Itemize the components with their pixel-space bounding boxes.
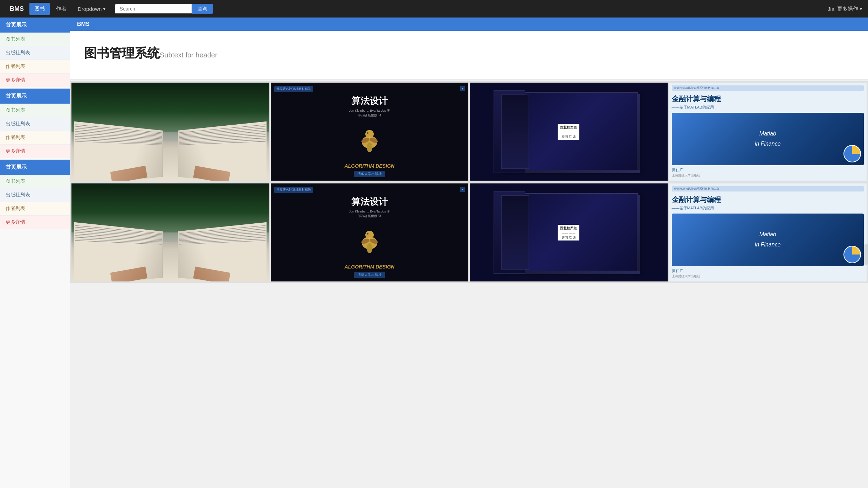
- book-card-1[interactable]: [71, 83, 269, 181]
- book-cover-finance-2: 金融市场与风险管理系列教材 第二版 金融计算与编程 ——基于MATLAB的应用 …: [669, 183, 867, 281]
- sidebar-header-3[interactable]: 首页展示: [0, 160, 70, 175]
- sidebar-item-authors-2[interactable]: 作者列表: [0, 131, 70, 145]
- sidebar-item-books-3[interactable]: 图书列表: [0, 175, 70, 188]
- matlab-text: Matlabin Finance: [755, 129, 781, 149]
- brand-logo[interactable]: BMS: [6, 2, 28, 15]
- user-label[interactable]: Jia: [828, 6, 834, 12]
- book-title-2: 金融计算与编程: [672, 195, 721, 204]
- book-card-3[interactable]: 天龙八部档案馆 西北档案馆 — — — — 资 料 汇 编: [470, 83, 668, 181]
- book-card-8[interactable]: 金融市场与风险管理系列教材 第二版 金融计算与编程 ——基于MATLAB的应用 …: [669, 183, 867, 281]
- book-cover-finance: 金融市场与风险管理系列教材 第二版 金融计算与编程 ——基于MATLAB的应用 …: [669, 83, 867, 181]
- svg-point-4: [367, 142, 372, 152]
- book-publisher: 清华大学出版社: [354, 171, 385, 177]
- book-title-en-2: ALGORITHM DESIGN: [345, 264, 394, 270]
- book-title-cn: 算法设计: [351, 95, 388, 107]
- matlab-text-2: Matlabin Finance: [755, 230, 781, 250]
- book-box-side-2: [637, 195, 640, 273]
- book-cover-boxset: 天龙八部档案馆 西北档案馆 — — — — 资 料 汇 编: [470, 83, 668, 181]
- sidebar-section-3: 首页展示 图书列表 出版社列表 作者列表 更多详情: [0, 160, 70, 229]
- hero-title: 图书管理系统: [84, 46, 160, 60]
- book-box-label-2: 西北档案馆 — — — — 资 料 汇 编: [558, 225, 579, 240]
- sidebar-item-more-1[interactable]: 更多详情: [0, 74, 70, 87]
- main-header-title: BMS: [77, 21, 90, 27]
- sidebar-section-2: 首页展示 图书列表 出版社列表 作者列表 更多详情: [0, 89, 70, 158]
- navbar: BMS 图书 作者 Dropdown ▾ 查询 Jia 更多操作 ▾: [0, 0, 868, 18]
- book-title-en: ALGORITHM DESIGN: [345, 163, 394, 169]
- book-box-side: [637, 94, 640, 172]
- sidebar-item-books-2[interactable]: 图书列表: [0, 104, 70, 117]
- more-actions-dropdown[interactable]: 更多操作 ▾: [837, 6, 862, 12]
- sidebar-item-more-3[interactable]: 更多详情: [0, 216, 70, 229]
- nav-item-dropdown[interactable]: Dropdown ▾: [73, 3, 111, 15]
- book-subtitle: ——基于MATLAB的应用: [672, 105, 714, 110]
- book-image-area: Matlabin Finance: [672, 113, 864, 165]
- book-stack-4: [501, 195, 529, 270]
- bird-icon-2: [352, 218, 387, 264]
- chevron-down-icon: ▾: [103, 6, 106, 12]
- search-button[interactable]: 查询: [192, 4, 213, 14]
- sidebar-section-1: 首页展示 图书列表 出版社列表 作者列表 更多详情: [0, 18, 70, 87]
- book-grid-row-1: 世界著名计算机教材精选 ■ 算法设计 Jon Kleinberg, Éva Ta…: [70, 81, 868, 182]
- book-card-5[interactable]: [71, 183, 269, 281]
- book-title: 金融计算与编程: [672, 94, 721, 103]
- bird-icon: [352, 118, 387, 163]
- book-cover-open: [71, 83, 269, 181]
- book-cover-algorithm-2: 世界著名计算机教材精选 ■ 算法设计 Jon Kleinberg, Éva Ta…: [271, 183, 469, 281]
- series-label-2: 金融市场与风险管理系列教材 第二版: [672, 186, 864, 191]
- search-form: 查询: [115, 4, 213, 14]
- svg-point-5: [367, 132, 368, 134]
- page-wrapper: 首页展示 图书列表 出版社列表 作者列表 更多详情 首页展示 图书列表 出版社列…: [0, 18, 868, 488]
- chevron-down-icon: ▾: [860, 6, 862, 12]
- sidebar-item-authors-3[interactable]: 作者列表: [0, 202, 70, 216]
- svg-point-12: [367, 233, 368, 235]
- publisher-label: 上海财经大学出版社: [672, 173, 700, 178]
- book-grid-row-2: 世界著名计算机教材精选 ■ 算法设计 Jon Kleinberg, Éva Ta…: [70, 182, 868, 283]
- main-content: BMS 图书管理系统Subtext for header: [70, 18, 868, 488]
- nav-item-books[interactable]: 图书: [29, 3, 50, 15]
- series-badge: 世界著名计算机教材精选: [274, 86, 313, 92]
- sidebar-item-publishers-3[interactable]: 出版社列表: [0, 188, 70, 202]
- book-cover-algorithm: 世界著名计算机教材精选 ■ 算法设计 Jon Kleinberg, Éva Ta…: [271, 83, 469, 181]
- sidebar-item-more-2[interactable]: 更多详情: [0, 145, 70, 158]
- book-publisher-2: 清华大学出版社: [354, 272, 385, 278]
- series-label: 金融市场与风险管理系列教材 第二版: [672, 85, 864, 91]
- nav-right: Jia 更多操作 ▾: [828, 6, 862, 12]
- book-card-4[interactable]: 金融市场与风险管理系列教材 第二版 金融计算与编程 ——基于MATLAB的应用 …: [669, 83, 867, 181]
- hero-subtitle: Subtext for header: [160, 51, 218, 59]
- sidebar-item-books-1[interactable]: 图书列表: [0, 33, 70, 46]
- book-box-label: 西北档案馆 — — — — 资 料 汇 编: [558, 124, 579, 140]
- publisher-label-2: 上海财经大学出版社: [672, 274, 700, 279]
- sidebar-item-authors-1[interactable]: 作者列表: [0, 60, 70, 74]
- sidebar-header-1[interactable]: 首页展示: [0, 18, 70, 33]
- sidebar-header-2[interactable]: 首页展示: [0, 89, 70, 104]
- scrollbar[interactable]: [864, 244, 868, 265]
- sidebar: 首页展示 图书列表 出版社列表 作者列表 更多详情 首页展示 图书列表 出版社列…: [0, 18, 70, 488]
- book-cover-open-2: [71, 183, 269, 281]
- author-label: 黄仁广: [672, 167, 683, 173]
- book-authors-2: Jon Kleinberg, Éva Tardos 著邵乃超 杨媛媛 译: [349, 209, 390, 218]
- pie-chart-2: [843, 246, 861, 263]
- sidebar-item-publishers-2[interactable]: 出版社列表: [0, 117, 70, 131]
- book-flag: ■: [460, 86, 465, 91]
- book-flag-2: ■: [460, 187, 465, 192]
- series-badge-2: 世界著名计算机教材精选: [274, 187, 313, 193]
- svg-point-11: [367, 243, 372, 253]
- main-header-bar: BMS: [70, 18, 868, 31]
- book-card-2[interactable]: 世界著名计算机教材精选 ■ 算法设计 Jon Kleinberg, Éva Ta…: [271, 83, 469, 181]
- book-cover-boxset-2: 天龙八部档案馆 西北档案馆 — — — — 资 料 汇 编: [470, 183, 668, 281]
- sidebar-item-publishers-1[interactable]: 出版社列表: [0, 46, 70, 60]
- nav-item-authors[interactable]: 作者: [51, 3, 71, 15]
- book-subtitle-2: ——基于MATLAB的应用: [672, 205, 714, 211]
- search-input[interactable]: [115, 4, 192, 14]
- book-card-6[interactable]: 世界著名计算机教材精选 ■ 算法设计 Jon Kleinberg, Éva Ta…: [271, 183, 469, 281]
- book-stack-2: [501, 95, 529, 169]
- pie-chart: [843, 145, 861, 162]
- book-image-area-2: Matlabin Finance: [672, 214, 864, 266]
- book-authors: Jon Kleinberg, Éva Tardos 著邵乃超 杨媛媛 译: [349, 109, 390, 118]
- book-title-cn-2: 算法设计: [351, 196, 388, 208]
- book-card-7[interactable]: 天龙八部档案馆 西北档案馆 — — — — 资 料 汇 编: [470, 183, 668, 281]
- author-label-2: 黄仁广: [672, 268, 683, 273]
- hero-section: 图书管理系统Subtext for header: [70, 31, 868, 80]
